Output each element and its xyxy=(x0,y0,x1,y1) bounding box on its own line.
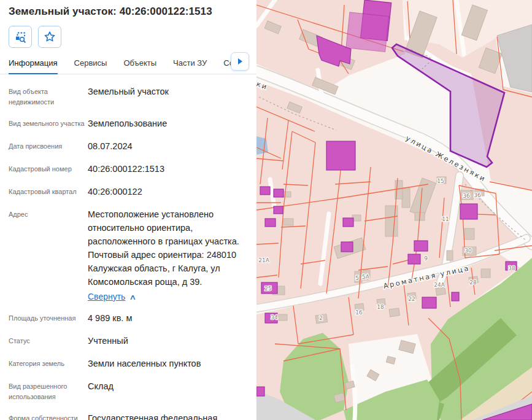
field-row: Вид земельного участка Землепользование xyxy=(9,117,248,130)
house-number-label: 5А xyxy=(362,274,370,280)
locate-on-map-button[interactable] xyxy=(9,26,32,48)
field-row-address: Адрес Местоположение установлено относит… xyxy=(9,208,248,304)
field-value: Землепользование xyxy=(88,117,248,130)
chevron-right-icon xyxy=(238,58,242,64)
page-title: Земельный участок: 40:26:000122:1513 xyxy=(0,0,256,18)
field-row: Вид разрешенного использования Склад xyxy=(9,379,248,402)
field-value: 4 989 кв. м xyxy=(88,311,248,325)
tab-information[interactable]: Информация xyxy=(9,55,58,74)
field-value: Местоположение установлено относительно … xyxy=(88,208,248,304)
house-number-label: 5 xyxy=(355,275,359,281)
field-label: Вид земельного участка xyxy=(9,117,88,130)
address-text: Местоположение установлено относительно … xyxy=(88,209,239,287)
field-label: Форма собственности xyxy=(9,411,88,420)
map-canvas[interactable]: улица ЖелезнякикиАроматная улица15363611… xyxy=(256,0,532,420)
house-number-label: 36 xyxy=(474,192,481,198)
field-value: Земельный участок xyxy=(88,85,248,107)
field-label: Категория земель xyxy=(9,357,88,370)
field-value: 40:26:000122:1513 xyxy=(88,162,248,176)
house-number-label: 11 xyxy=(442,216,449,222)
house-number-label: 15 xyxy=(437,178,444,184)
house-number-label: 38 xyxy=(508,265,515,271)
tab-parts-zu[interactable]: Части ЗУ xyxy=(173,55,207,74)
tabs-scroll-right-button[interactable] xyxy=(231,52,249,71)
field-label: Статус xyxy=(9,334,88,348)
attributes-list: Вид объекта недвижимости Земельный участ… xyxy=(0,85,256,420)
collapse-link[interactable]: Свернуть xyxy=(88,292,125,301)
field-label: Площадь уточненная xyxy=(9,311,88,325)
field-value: Государственная федеральная xyxy=(88,411,248,420)
house-number-label: 34 xyxy=(271,314,278,321)
house-number-label: 24А xyxy=(434,282,445,288)
favorite-button[interactable] xyxy=(38,26,61,48)
field-value: Склад xyxy=(88,379,248,402)
house-number-label: 2 xyxy=(319,315,323,321)
tab-objects[interactable]: Объекты xyxy=(123,55,156,74)
field-value: 40:26:000122 xyxy=(88,185,248,198)
info-panel: Земельный участок: 40:26:000122:1513 Инф… xyxy=(0,0,256,420)
house-number-label: 16 xyxy=(355,309,363,316)
field-row: Категория земель Земли населенных пункто… xyxy=(9,357,248,370)
field-label: Дата присвоения xyxy=(9,139,88,153)
field-row: Вид объекта недвижимости Земельный участ… xyxy=(9,85,248,107)
locate-geometry-icon xyxy=(14,31,27,44)
field-label: Вид разрешенного использования xyxy=(9,379,88,402)
chevron-up-icon: ∧ xyxy=(129,290,137,304)
house-number-label: 36 xyxy=(463,193,470,199)
house-number-label: 28 xyxy=(469,279,477,286)
star-icon xyxy=(44,31,56,43)
field-label: Кадастровый квартал xyxy=(9,185,88,198)
house-number-label: 22 xyxy=(408,296,415,302)
field-label: Вид объекта недвижимости xyxy=(9,85,88,107)
house-number-label: 9 xyxy=(424,255,428,262)
field-row: Дата присвоения 08.07.2024 xyxy=(9,139,248,153)
field-row: Форма собственности Государственная феде… xyxy=(9,411,248,420)
tab-services[interactable]: Сервисы xyxy=(74,55,107,74)
field-row: Кадастровый квартал 40:26:000122 xyxy=(9,185,248,198)
house-number-label: 18 xyxy=(377,304,384,310)
field-row: Площадь уточненная 4 989 кв. м xyxy=(9,311,248,325)
toolbar xyxy=(9,26,248,48)
field-label: Кадастровый номер xyxy=(9,162,88,176)
tab-bar: Информация Сервисы Объекты Части ЗУ Сост… xyxy=(0,55,256,74)
field-row: Кадастровый номер 40:26:000122:1513 xyxy=(9,162,248,176)
house-number-label: 30 xyxy=(465,247,472,254)
field-value: Учтенный xyxy=(88,334,248,348)
house-number-label: 21А xyxy=(258,257,269,263)
field-label: Адрес xyxy=(9,208,88,304)
app-window: Земельный участок: 40:26:000122:1513 Инф… xyxy=(0,0,532,420)
house-number-label: 25 xyxy=(264,286,271,292)
field-row: Статус Учтенный xyxy=(9,334,248,348)
field-value: 08.07.2024 xyxy=(88,139,248,153)
collapse-row: Свернуть∧ xyxy=(88,290,248,304)
field-value: Земли населенных пунктов xyxy=(88,357,248,370)
